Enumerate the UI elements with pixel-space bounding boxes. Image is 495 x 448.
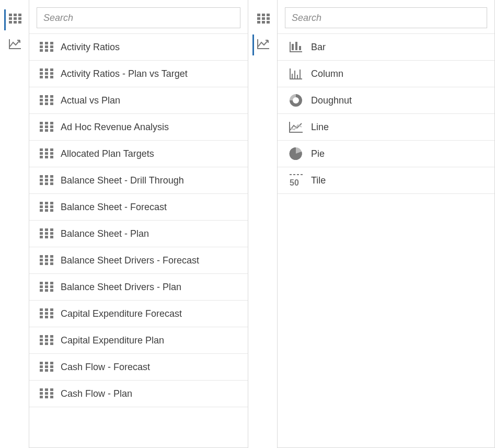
list-item[interactable]: Balance Sheet - Drill Through bbox=[29, 167, 248, 194]
svg-rect-147 bbox=[295, 42, 297, 50]
svg-text:50: 50 bbox=[290, 178, 299, 187]
list-item[interactable]: Ad Hoc Revenue Analysis bbox=[29, 114, 248, 141]
list-item-label: Balance Sheet Drivers - Forecast bbox=[61, 255, 199, 266]
svg-rect-77 bbox=[50, 232, 53, 235]
svg-rect-55 bbox=[45, 175, 48, 178]
right-panel-wrap: Bar Column Doughnut Line Pie 50 Tile bbox=[248, 0, 495, 448]
svg-rect-61 bbox=[45, 182, 48, 185]
grid-icon bbox=[40, 68, 53, 79]
svg-rect-53 bbox=[50, 156, 53, 158]
svg-rect-143 bbox=[267, 21, 270, 24]
svg-rect-44 bbox=[50, 129, 53, 132]
svg-rect-4 bbox=[14, 17, 17, 20]
grid-icon bbox=[9, 14, 21, 26]
tab-chart-right[interactable] bbox=[252, 35, 273, 55]
svg-rect-86 bbox=[50, 259, 53, 261]
svg-rect-117 bbox=[40, 362, 43, 364]
svg-rect-5 bbox=[18, 17, 21, 20]
svg-rect-135 bbox=[257, 14, 260, 16]
list-item[interactable]: Allocated Plan Targets bbox=[29, 141, 248, 167]
svg-rect-42 bbox=[40, 129, 43, 132]
svg-rect-119 bbox=[50, 362, 53, 364]
grid-icon bbox=[257, 14, 270, 26]
svg-rect-22 bbox=[45, 72, 48, 75]
svg-rect-90 bbox=[40, 282, 43, 284]
list-item[interactable]: Capital Expenditure Plan bbox=[29, 327, 248, 354]
svg-rect-101 bbox=[50, 308, 53, 311]
svg-rect-141 bbox=[257, 21, 260, 24]
left-list[interactable]: Activity Ratios Activity Ratios - Plan v… bbox=[29, 33, 248, 447]
svg-rect-100 bbox=[45, 308, 48, 311]
svg-rect-92 bbox=[50, 282, 53, 284]
chart-type-label: Line bbox=[311, 122, 329, 133]
right-side-tabs bbox=[248, 0, 277, 448]
chart-type-item-tile[interactable]: 50 Tile bbox=[278, 167, 494, 194]
svg-rect-73 bbox=[45, 228, 48, 231]
grid-icon bbox=[40, 95, 53, 106]
chart-type-label: Tile bbox=[311, 175, 326, 186]
svg-rect-40 bbox=[45, 125, 48, 128]
svg-rect-15 bbox=[40, 49, 43, 52]
list-item[interactable]: Cash Flow - Plan bbox=[29, 381, 248, 407]
svg-rect-52 bbox=[45, 156, 48, 158]
chart-type-item-line[interactable]: Line bbox=[278, 114, 494, 141]
list-item[interactable]: Balance Sheet - Plan bbox=[29, 221, 248, 247]
svg-rect-0 bbox=[9, 14, 12, 16]
chart-type-item-column[interactable]: Column bbox=[278, 61, 494, 87]
list-item[interactable]: Activity Ratios bbox=[29, 34, 248, 61]
tab-chart[interactable] bbox=[4, 35, 25, 55]
list-item-label: Balance Sheet - Forecast bbox=[61, 202, 167, 213]
left-search-input[interactable] bbox=[37, 7, 240, 28]
svg-rect-136 bbox=[262, 14, 265, 16]
chart-type-item-pie[interactable]: Pie bbox=[278, 141, 494, 167]
list-item-label: Actual vs Plan bbox=[61, 95, 120, 106]
svg-rect-113 bbox=[50, 339, 53, 341]
svg-rect-3 bbox=[9, 17, 12, 20]
line-icon bbox=[288, 121, 304, 133]
list-item-label: Cash Flow - Plan bbox=[61, 388, 132, 399]
svg-rect-94 bbox=[45, 285, 48, 288]
list-item-label: Allocated Plan Targets bbox=[61, 148, 154, 159]
chart-type-label: Bar bbox=[311, 42, 326, 53]
tab-grid[interactable] bbox=[4, 9, 25, 30]
svg-rect-45 bbox=[40, 148, 43, 151]
svg-rect-67 bbox=[45, 205, 48, 208]
svg-rect-51 bbox=[40, 156, 43, 158]
pie-icon bbox=[288, 148, 304, 159]
left-side-tabs bbox=[0, 0, 29, 448]
svg-rect-109 bbox=[45, 335, 48, 338]
svg-rect-148 bbox=[299, 46, 301, 50]
list-item[interactable]: Cash Flow - Forecast bbox=[29, 354, 248, 381]
list-item-label: Ad Hoc Revenue Analysis bbox=[61, 122, 169, 133]
chart-type-item-bar[interactable]: Bar bbox=[278, 34, 494, 61]
list-item[interactable]: Actual vs Plan bbox=[29, 87, 248, 114]
svg-rect-106 bbox=[45, 316, 48, 318]
tab-grid-right[interactable] bbox=[252, 9, 273, 30]
svg-rect-129 bbox=[40, 392, 43, 395]
list-item[interactable]: Balance Sheet - Forecast bbox=[29, 194, 248, 221]
grid-icon bbox=[40, 361, 53, 373]
svg-rect-39 bbox=[40, 125, 43, 128]
list-item[interactable]: Balance Sheet Drivers - Plan bbox=[29, 274, 248, 301]
chart-type-item-doughnut[interactable]: Doughnut bbox=[278, 87, 494, 114]
svg-rect-105 bbox=[40, 316, 43, 318]
svg-rect-49 bbox=[45, 152, 48, 155]
svg-rect-114 bbox=[40, 342, 43, 345]
list-item[interactable]: Balance Sheet Drivers - Forecast bbox=[29, 247, 248, 274]
svg-rect-38 bbox=[50, 122, 53, 124]
svg-rect-75 bbox=[40, 232, 43, 235]
list-item-label: Capital Expenditure Plan bbox=[61, 335, 164, 346]
list-item[interactable]: Activity Ratios - Plan vs Target bbox=[29, 61, 248, 87]
svg-rect-33 bbox=[40, 102, 43, 105]
svg-rect-10 bbox=[45, 42, 48, 44]
list-item[interactable]: Capital Expenditure Forecast bbox=[29, 301, 248, 327]
column-icon bbox=[288, 68, 304, 79]
svg-rect-36 bbox=[40, 122, 43, 124]
svg-rect-19 bbox=[45, 68, 48, 71]
grid-icon bbox=[40, 175, 53, 186]
svg-rect-98 bbox=[50, 289, 53, 292]
svg-rect-13 bbox=[45, 45, 48, 48]
svg-rect-144 bbox=[290, 42, 291, 52]
list-item-label: Activity Ratios - Plan vs Target bbox=[61, 68, 188, 79]
right-search-input[interactable] bbox=[285, 7, 487, 28]
